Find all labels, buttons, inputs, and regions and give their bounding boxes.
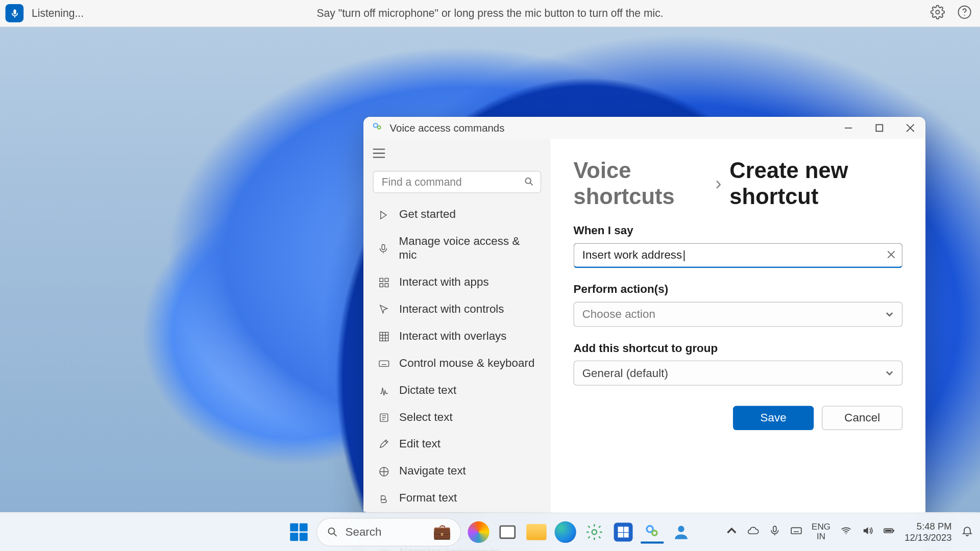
- titlebar[interactable]: Voice access commands: [363, 117, 925, 139]
- svg-point-23: [678, 526, 684, 532]
- person-icon: [672, 522, 691, 541]
- save-button[interactable]: Save: [733, 406, 814, 430]
- taskbar-app-store[interactable]: [612, 520, 635, 543]
- taskbar-app-taskview[interactable]: [496, 520, 519, 543]
- sidebar-item-label: Interact with apps: [399, 276, 489, 289]
- taskbar-app-explorer[interactable]: [525, 520, 548, 543]
- sidebar-item-control-mouse-keyboard[interactable]: Control mouse & keyboard: [363, 350, 551, 377]
- sidebar-item-interact-with-overlays[interactable]: Interact with overlays: [363, 323, 551, 350]
- command-search-input[interactable]: [373, 171, 542, 193]
- sidebar-item-label: Control mouse & keyboard: [399, 357, 534, 370]
- breadcrumb-separator: ›: [715, 173, 721, 194]
- cancel-button[interactable]: Cancel: [822, 406, 902, 430]
- when-i-say-field[interactable]: Insert work address: [574, 243, 903, 268]
- taskbar-app-copilot[interactable]: [467, 520, 490, 543]
- maximize-button[interactable]: [864, 117, 895, 139]
- svg-rect-5: [876, 124, 883, 131]
- tray-language[interactable]: ENG IN: [812, 522, 830, 542]
- sidebar-item-dictate-text[interactable]: Dictate text: [363, 377, 551, 404]
- tray-keyboard-icon[interactable]: [790, 524, 802, 539]
- content-pane: Voice shortcuts › Create new shortcut Wh…: [551, 139, 926, 551]
- minimize-icon: [844, 123, 852, 132]
- chevron-down-icon: [885, 310, 894, 319]
- sidebar-item-format-text[interactable]: Format text: [363, 485, 551, 512]
- grid-icon: [378, 331, 390, 342]
- tray-microphone-icon[interactable]: [769, 524, 781, 539]
- settings-button[interactable]: [930, 5, 945, 22]
- svg-rect-8: [379, 278, 383, 282]
- svg-point-20: [592, 530, 597, 534]
- wifi-icon: [840, 524, 852, 537]
- close-icon: [905, 123, 914, 132]
- sidebar-item-manage-voice-access-mic[interactable]: Manage voice access & mic: [363, 228, 551, 268]
- taskbar-app-edge[interactable]: [554, 520, 577, 543]
- taskbar-app-feedback[interactable]: [670, 520, 693, 543]
- gear-icon: [585, 522, 604, 541]
- svg-rect-9: [385, 278, 388, 282]
- sidebar-item-label: Get started: [399, 208, 456, 221]
- sidebar-item-interact-with-controls[interactable]: Interact with controls: [363, 296, 551, 323]
- search-icon: [524, 176, 534, 190]
- cursor-icon: [378, 304, 390, 315]
- sidebar: Get startedManage voice access & micInte…: [363, 139, 551, 551]
- tray-overflow[interactable]: [725, 524, 738, 539]
- command-search[interactable]: [373, 171, 542, 193]
- add-to-group-label: Add this shortcut to group: [574, 342, 903, 355]
- bell-icon: [961, 524, 973, 537]
- tray-wifi-icon[interactable]: [840, 524, 852, 539]
- help-icon: [957, 5, 972, 19]
- sidebar-item-interact-with-apps[interactable]: Interact with apps: [363, 269, 551, 296]
- mic-icon: [378, 243, 389, 255]
- taskbar: Search 💼 ENG IN 5:48 PM 12/13/2023: [0, 513, 980, 551]
- tray-battery-icon[interactable]: [883, 524, 895, 539]
- choose-action-dropdown[interactable]: Choose action: [574, 302, 903, 327]
- windows-icon: [290, 523, 307, 541]
- sidebar-item-label: Interact with controls: [399, 303, 504, 316]
- group-value: General (default): [582, 366, 668, 380]
- clear-input-button[interactable]: [887, 249, 895, 261]
- speaker-icon: [862, 524, 874, 537]
- cloud-icon: [747, 524, 759, 537]
- sidebar-item-select-text[interactable]: Select text: [363, 404, 551, 431]
- sidebar-item-navigate-text[interactable]: Navigate text: [363, 458, 551, 485]
- sidebar-toggle[interactable]: [363, 139, 551, 167]
- keyboard-icon: [790, 524, 802, 537]
- select-icon: [378, 412, 390, 423]
- svg-point-19: [329, 528, 335, 534]
- group-dropdown[interactable]: General (default): [574, 361, 903, 386]
- tray-onedrive-icon[interactable]: [747, 524, 759, 539]
- search-icon: [327, 526, 339, 538]
- tray-clock[interactable]: 5:48 PM 12/13/2023: [904, 520, 951, 544]
- taskbar-app-settings[interactable]: [583, 520, 606, 543]
- svg-rect-12: [379, 332, 388, 341]
- maximize-icon: [875, 123, 884, 132]
- tray-notifications-icon[interactable]: [961, 524, 973, 539]
- svg-rect-7: [382, 244, 385, 249]
- microphone-icon: [9, 8, 20, 18]
- taskbar-app-voice-access[interactable]: [641, 520, 664, 543]
- app-icon: [372, 120, 384, 135]
- breadcrumb: Voice shortcuts › Create new shortcut: [574, 158, 903, 210]
- taskbar-search[interactable]: Search 💼: [316, 518, 461, 546]
- close-button[interactable]: [895, 117, 926, 139]
- svg-point-6: [525, 178, 531, 184]
- svg-point-2: [964, 14, 965, 15]
- help-button[interactable]: [957, 5, 972, 22]
- microphone-button[interactable]: [6, 4, 24, 22]
- clear-icon: [887, 251, 895, 259]
- sidebar-item-get-started[interactable]: Get started: [363, 201, 551, 228]
- start-button[interactable]: [287, 520, 310, 543]
- keyboard-icon: [378, 358, 390, 369]
- sidebar-item-label: Dictate text: [399, 384, 456, 397]
- tray-volume-icon[interactable]: [862, 524, 874, 539]
- sidebar-item-label: Format text: [399, 492, 457, 505]
- choose-action-placeholder: Choose action: [582, 308, 655, 321]
- hamburger-icon: [373, 148, 385, 158]
- voice-access-bar: Listening... Say "turn off microphone" o…: [0, 0, 980, 27]
- breadcrumb-root[interactable]: Voice shortcuts: [574, 158, 707, 210]
- format-icon: [378, 493, 390, 505]
- sidebar-item-edit-text[interactable]: Edit text: [363, 431, 551, 458]
- svg-rect-13: [379, 360, 388, 366]
- minimize-button[interactable]: [832, 117, 864, 139]
- gear-icon: [930, 5, 945, 19]
